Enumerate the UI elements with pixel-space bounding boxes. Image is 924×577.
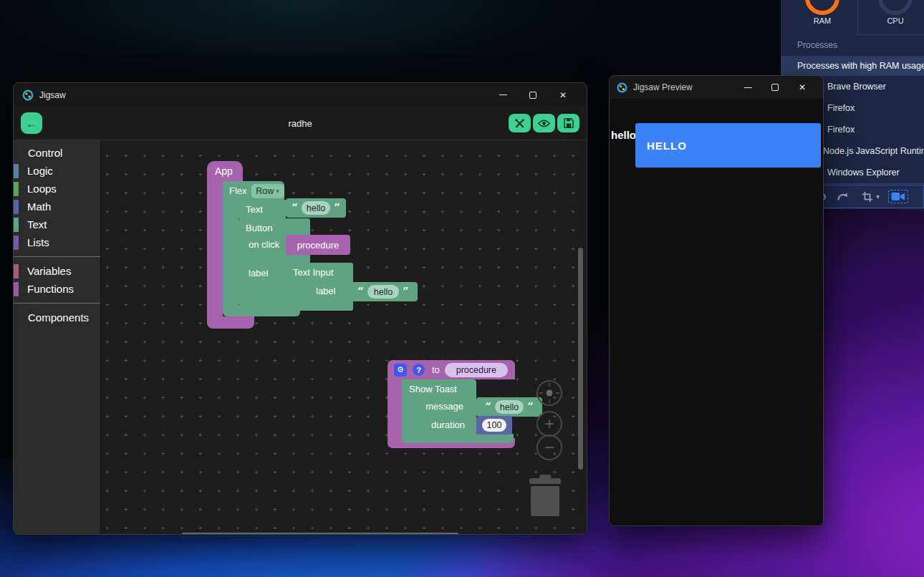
process-name: Firefox <box>827 103 855 113</box>
flex-direction-dropdown[interactable]: Row ▾ <box>251 184 284 198</box>
text-input-label-input-label: label <box>316 286 335 296</box>
app-block-spine[interactable] <box>207 181 223 318</box>
category-label: Loops <box>27 183 57 195</box>
category-label: Variables <box>27 265 71 277</box>
category-control[interactable]: Control <box>14 144 100 162</box>
category-label: Lists <box>27 236 49 248</box>
show-toast-foot[interactable] <box>402 434 514 443</box>
text-block-label: Text <box>246 204 263 215</box>
number-field[interactable]: 100 <box>482 419 506 432</box>
back-arrow-icon: ← <box>27 117 37 130</box>
category-color-bar <box>14 218 19 232</box>
toast-duration-label: duration <box>402 420 465 430</box>
procedure-call-name: procedure <box>297 240 340 251</box>
category-lists[interactable]: Lists <box>14 233 100 251</box>
text-component-block[interactable]: Text <box>239 200 286 219</box>
window-title: Jigsaw <box>39 90 66 100</box>
preview-button-label: HELLO <box>647 140 687 152</box>
minimize-button[interactable] <box>488 83 518 107</box>
category-color-bar <box>14 164 19 178</box>
close-quote-icon: ” <box>334 203 340 213</box>
help-icon[interactable]: ? <box>413 364 425 376</box>
minimize-icon <box>499 94 507 95</box>
category-label: Components <box>28 311 89 324</box>
record-camera-selection[interactable] <box>888 190 908 203</box>
maximize-button[interactable] <box>518 83 548 107</box>
zoom-out-button[interactable]: − <box>536 435 562 460</box>
procedure-call-block[interactable]: procedure <box>286 235 350 255</box>
string-field[interactable]: hello <box>302 201 330 215</box>
chevron-down-icon[interactable]: ▾ <box>876 193 880 200</box>
crosshair-icon <box>538 380 561 406</box>
undo-arc-icon[interactable] <box>836 190 849 203</box>
string-block[interactable]: “ hello ” <box>286 198 346 218</box>
block-canvas[interactable]: +++++++++++++++++++++++++++ ++++++++++++… <box>101 140 587 535</box>
gauge-divider <box>857 0 858 34</box>
mutator-gear-icon[interactable]: ⚙ <box>394 364 407 377</box>
high-ram-usage-item[interactable]: Processes with high RAM usage <box>781 56 924 76</box>
category-color-bar <box>14 264 19 278</box>
string-field[interactable]: hello <box>495 400 524 414</box>
project-title: radhe <box>14 118 587 129</box>
category-color-bar <box>14 282 19 296</box>
category-color-bar <box>14 200 19 214</box>
process-name: Node.js JavaScript Runtime <box>823 146 924 156</box>
category-math[interactable]: Math <box>14 198 100 215</box>
zoom-reset-button[interactable] <box>536 380 562 406</box>
maximize-button[interactable] <box>761 76 789 99</box>
string-block[interactable]: “ hello ” <box>476 397 542 417</box>
horizontal-scrollbar[interactable] <box>181 533 459 535</box>
tab-ram[interactable]: RAM <box>805 16 839 25</box>
vertical-scrollbar[interactable] <box>578 248 583 470</box>
open-quote-icon: “ <box>485 402 491 412</box>
number-block[interactable]: 100 <box>476 416 512 435</box>
close-icon: ✕ <box>559 91 567 100</box>
close-quote-icon: ” <box>403 286 409 297</box>
close-button[interactable]: ✕ <box>548 83 578 107</box>
ram-gauge-ring <box>805 0 839 15</box>
procedure-def-spine[interactable] <box>388 379 402 438</box>
category-text[interactable]: Text <box>14 215 100 233</box>
string-field[interactable]: hello <box>367 285 399 299</box>
jigsaw-toolbar: ← radhe <box>14 107 587 140</box>
save-button[interactable] <box>557 114 579 132</box>
category-functions[interactable]: Functions <box>14 280 100 298</box>
processes-section-label: Processes <box>797 40 837 50</box>
category-variables[interactable]: Variables <box>14 262 100 280</box>
string-block[interactable]: “ hello ” <box>349 282 418 301</box>
trash-can[interactable] <box>528 475 562 516</box>
preview-hello-button[interactable]: HELLO <box>635 123 821 168</box>
eye-icon <box>538 119 550 128</box>
flex-block[interactable]: Flex Row ▾ <box>223 181 284 200</box>
crop-icon[interactable] <box>862 191 873 203</box>
category-logic[interactable]: Logic <box>14 162 100 180</box>
minimize-button[interactable] <box>734 76 761 99</box>
procedure-name-field[interactable]: procedure <box>445 363 508 377</box>
camera-icon <box>891 192 905 201</box>
procedure-def-block[interactable]: ⚙ ? to procedure <box>388 360 515 379</box>
button-onclick-label: on click <box>249 239 279 250</box>
back-button[interactable]: ← <box>21 112 42 134</box>
tab-cpu[interactable]: CPU <box>878 16 913 25</box>
maximize-icon <box>771 84 779 91</box>
floppy-icon <box>564 118 574 128</box>
preview-button[interactable] <box>533 114 555 132</box>
flex-direction-value: Row <box>256 186 274 196</box>
jigsaw-window: Jigsaw ✕ ← radhe <box>13 82 587 535</box>
zoom-in-button[interactable]: + <box>536 411 562 437</box>
category-components[interactable]: Components <box>14 309 100 326</box>
flex-block-spine[interactable] <box>223 200 239 305</box>
category-label: Logic <box>27 165 53 177</box>
build-button[interactable] <box>509 114 531 132</box>
jigsaw-titlebar[interactable]: Jigsaw ✕ <box>14 83 587 107</box>
close-button[interactable]: ✕ <box>789 76 816 99</box>
app-block-foot[interactable] <box>207 316 254 329</box>
minus-icon: − <box>544 439 554 456</box>
button-label-input-label: label <box>249 268 268 278</box>
sidebar-divider <box>14 256 100 257</box>
app-block[interactable]: App <box>207 161 243 183</box>
sidebar-divider <box>14 303 100 304</box>
category-loops[interactable]: Loops <box>14 180 100 198</box>
category-label: Math <box>27 200 51 213</box>
preview-titlebar[interactable]: Jigsaw Preview ✕ <box>610 76 823 99</box>
